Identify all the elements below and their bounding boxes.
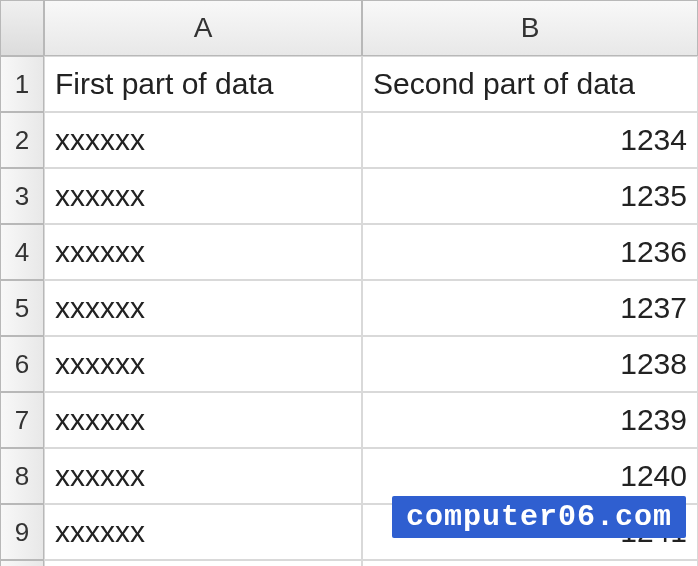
cell-b4[interactable]: 1236 bbox=[362, 224, 698, 280]
cell-a2[interactable]: xxxxxx bbox=[44, 112, 362, 168]
cell-b2[interactable]: 1234 bbox=[362, 112, 698, 168]
cell-a6[interactable]: xxxxxx bbox=[44, 336, 362, 392]
cell-a9[interactable]: xxxxxx bbox=[44, 504, 362, 560]
row-header[interactable]: 8 bbox=[0, 448, 44, 504]
row-header[interactable]: 2 bbox=[0, 112, 44, 168]
row-header[interactable]: 4 bbox=[0, 224, 44, 280]
row-header[interactable]: 3 bbox=[0, 168, 44, 224]
column-header-a[interactable]: A bbox=[44, 0, 362, 56]
cell-b1[interactable]: Second part of data bbox=[362, 56, 698, 112]
cell-b6[interactable]: 1238 bbox=[362, 336, 698, 392]
cell-b5[interactable]: 1237 bbox=[362, 280, 698, 336]
row-header[interactable]: 6 bbox=[0, 336, 44, 392]
row-header[interactable]: 0 bbox=[0, 560, 44, 566]
cell-a3[interactable]: xxxxxx bbox=[44, 168, 362, 224]
row-header[interactable]: 1 bbox=[0, 56, 44, 112]
column-header-b[interactable]: B bbox=[362, 0, 698, 56]
cell-a7[interactable]: xxxxxx bbox=[44, 392, 362, 448]
cell-a8[interactable]: xxxxxx bbox=[44, 448, 362, 504]
spreadsheet-grid: A B 1 First part of data Second part of … bbox=[0, 0, 698, 566]
row-header[interactable]: 5 bbox=[0, 280, 44, 336]
cell-b7[interactable]: 1239 bbox=[362, 392, 698, 448]
select-all-corner[interactable] bbox=[0, 0, 44, 56]
row-header[interactable]: 9 bbox=[0, 504, 44, 560]
cell-a4[interactable]: xxxxxx bbox=[44, 224, 362, 280]
cell-a10[interactable]: xxxxxx bbox=[44, 560, 362, 566]
cell-b3[interactable]: 1235 bbox=[362, 168, 698, 224]
cell-b10[interactable]: 1242 bbox=[362, 560, 698, 566]
watermark-text: computer06.com bbox=[392, 496, 686, 538]
cell-a5[interactable]: xxxxxx bbox=[44, 280, 362, 336]
row-header[interactable]: 7 bbox=[0, 392, 44, 448]
cell-a1[interactable]: First part of data bbox=[44, 56, 362, 112]
